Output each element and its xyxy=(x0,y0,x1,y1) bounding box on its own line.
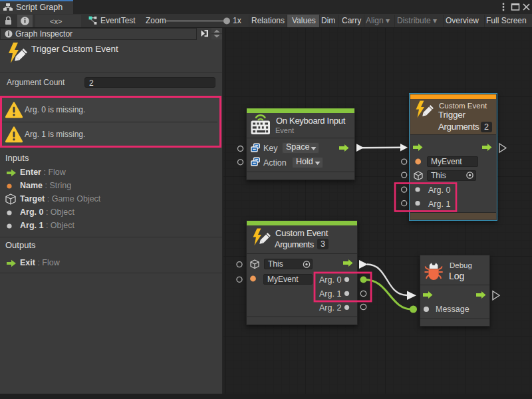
svg-text:<x>: <x> xyxy=(50,17,62,25)
